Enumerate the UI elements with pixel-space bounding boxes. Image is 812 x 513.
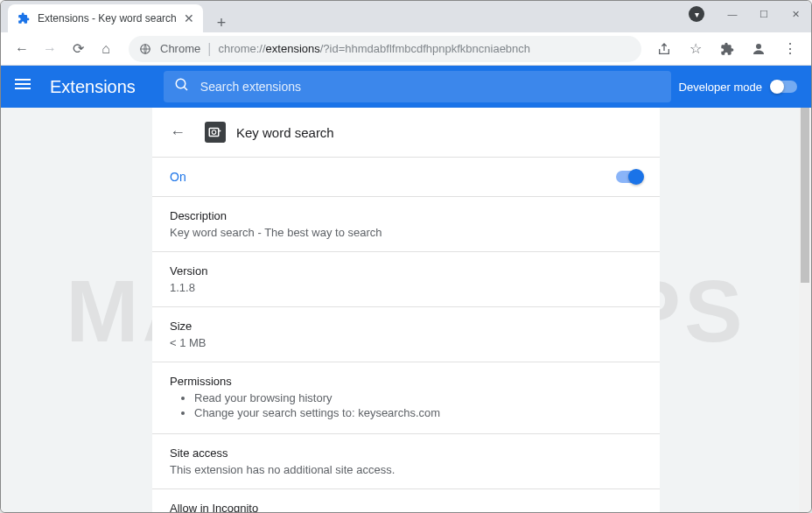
dev-mode-toggle[interactable] [771, 81, 797, 93]
maximize-icon[interactable]: ☐ [755, 9, 773, 20]
site-access-value: This extension has no additional site ac… [170, 463, 642, 476]
extensions-header: Extensions Developer mode [1, 66, 811, 108]
search-input[interactable] [200, 80, 661, 94]
site-access-label: Site access [170, 446, 642, 460]
extension-detail-panel: ← Key word search On Description Key wor… [152, 108, 660, 513]
dev-mode-label: Developer mode [679, 81, 762, 94]
reload-icon[interactable]: ⟳ [66, 37, 90, 61]
incognito-label: Allow in Incognito [170, 502, 642, 513]
new-tab-button[interactable]: + [210, 14, 234, 32]
extension-icon [17, 11, 31, 25]
content-area: MALWARETIPS ← Key word search On Descrip… [1, 108, 811, 513]
size-label: Size [170, 320, 642, 333]
tab-bar: Extensions - Key word search ✕ + ▾ — ☐ ✕ [1, 1, 811, 32]
svg-point-1 [756, 44, 761, 49]
svg-line-3 [184, 87, 187, 90]
search-icon [174, 77, 190, 96]
menu-icon[interactable]: ⋮ [778, 37, 802, 61]
forward-icon: → [38, 37, 62, 61]
svg-point-5 [212, 130, 216, 135]
tab-title: Extensions - Key word search [38, 12, 177, 25]
site-info-icon[interactable] [139, 42, 153, 56]
permission-item: Change your search settings to: keysearc… [194, 406, 642, 419]
search-box[interactable] [164, 71, 671, 102]
back-icon[interactable]: ← [10, 37, 34, 61]
url-prefix: Chrome [160, 42, 200, 55]
description-label: Description [170, 209, 642, 222]
page-title: Extensions [50, 77, 136, 97]
back-arrow-icon[interactable]: ← [170, 123, 191, 142]
home-icon[interactable]: ⌂ [94, 37, 118, 61]
enable-toggle[interactable] [616, 171, 642, 183]
minimize-icon[interactable]: — [724, 9, 741, 19]
omnibox[interactable]: Chrome | chrome://extensions/?id=hhmdabf… [129, 36, 641, 62]
address-bar: ← → ⟳ ⌂ Chrome | chrome://extensions/?id… [1, 32, 811, 66]
size-value: < 1 MB [170, 336, 642, 349]
description-value: Key word search - The best way to search [170, 226, 642, 239]
version-label: Version [170, 264, 642, 278]
extensions-icon[interactable] [715, 37, 739, 61]
permissions-list: Read your browsing history Change your s… [170, 391, 642, 419]
svg-point-2 [176, 79, 186, 88]
share-icon[interactable] [652, 37, 676, 61]
version-value: 1.1.8 [170, 281, 642, 294]
profile-icon[interactable] [746, 37, 771, 61]
status-label: On [170, 170, 186, 184]
scrollbar[interactable] [799, 108, 811, 513]
account-badge[interactable]: ▾ [689, 6, 704, 22]
url-text: chrome://extensions/?id=hhmdabflfmbcdfhp… [218, 42, 530, 55]
permissions-label: Permissions [170, 375, 642, 388]
close-window-icon[interactable]: ✕ [787, 9, 804, 20]
svg-rect-4 [209, 129, 219, 137]
extension-name: Key word search [236, 125, 334, 140]
bookmark-icon[interactable]: ☆ [683, 37, 708, 61]
browser-tab[interactable]: Extensions - Key word search ✕ [8, 4, 203, 32]
extension-logo-icon [205, 122, 226, 143]
permission-item: Read your browsing history [194, 391, 642, 404]
close-tab-icon[interactable]: ✕ [184, 11, 194, 25]
hamburger-icon[interactable] [15, 76, 36, 97]
